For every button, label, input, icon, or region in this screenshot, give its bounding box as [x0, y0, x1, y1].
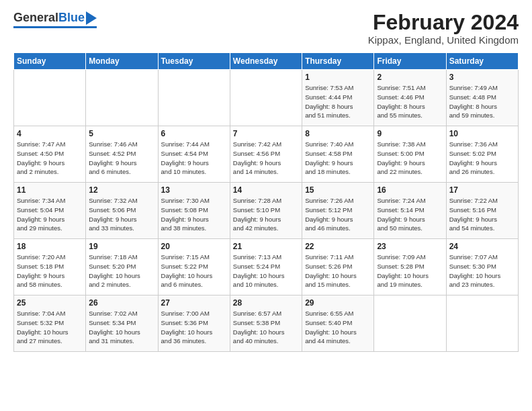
day-number: 25 [17, 298, 83, 308]
week-row-1: 1Sunrise: 7:53 AM Sunset: 4:44 PM Daylig… [14, 70, 519, 126]
week-row-4: 18Sunrise: 7:20 AM Sunset: 5:18 PM Dayli… [14, 239, 519, 295]
day-number: 29 [305, 298, 371, 308]
calendar-cell: 6Sunrise: 7:44 AM Sunset: 4:54 PM Daylig… [158, 126, 230, 183]
day-number: 13 [161, 185, 227, 195]
col-header-tuesday: Tuesday [158, 53, 230, 70]
day-info: Sunrise: 7:49 AM Sunset: 4:48 PM Dayligh… [449, 83, 515, 120]
calendar-cell [446, 295, 518, 352]
day-info: Sunrise: 6:55 AM Sunset: 5:40 PM Dayligh… [305, 309, 371, 346]
calendar-cell: 23Sunrise: 7:09 AM Sunset: 5:28 PM Dayli… [374, 239, 446, 295]
calendar-cell: 9Sunrise: 7:38 AM Sunset: 5:00 PM Daylig… [374, 126, 446, 183]
calendar-table: SundayMondayTuesdayWednesdayThursdayFrid… [13, 52, 519, 352]
day-info: Sunrise: 7:24 AM Sunset: 5:14 PM Dayligh… [377, 196, 443, 233]
calendar-cell: 10Sunrise: 7:36 AM Sunset: 5:02 PM Dayli… [446, 126, 518, 183]
calendar-subtitle: Kippax, England, United Kingdom [368, 34, 519, 46]
day-number: 21 [233, 242, 299, 251]
day-info: Sunrise: 7:04 AM Sunset: 5:32 PM Dayligh… [17, 309, 83, 346]
col-header-friday: Friday [374, 53, 446, 70]
calendar-cell: 27Sunrise: 7:00 AM Sunset: 5:36 PM Dayli… [158, 295, 230, 352]
calendar-cell: 4Sunrise: 7:47 AM Sunset: 4:50 PM Daylig… [14, 126, 86, 183]
day-number: 27 [161, 298, 227, 308]
day-info: Sunrise: 7:02 AM Sunset: 5:34 PM Dayligh… [89, 309, 154, 346]
day-info: Sunrise: 7:40 AM Sunset: 4:58 PM Dayligh… [305, 140, 371, 177]
day-number: 3 [449, 73, 515, 82]
calendar-cell: 21Sunrise: 7:13 AM Sunset: 5:24 PM Dayli… [230, 239, 302, 295]
day-number: 26 [89, 298, 154, 308]
day-info: Sunrise: 7:13 AM Sunset: 5:24 PM Dayligh… [233, 253, 299, 289]
header: GeneralBlue February 2024 Kippax, Englan… [13, 11, 519, 46]
day-number: 14 [233, 185, 299, 195]
calendar-cell: 18Sunrise: 7:20 AM Sunset: 5:18 PM Dayli… [14, 239, 86, 295]
day-number: 24 [449, 242, 515, 251]
calendar-cell: 29Sunrise: 6:55 AM Sunset: 5:40 PM Dayli… [302, 295, 374, 352]
title-block: February 2024 Kippax, England, United Ki… [368, 11, 519, 46]
day-number: 7 [233, 129, 299, 138]
week-row-3: 11Sunrise: 7:34 AM Sunset: 5:04 PM Dayli… [14, 183, 519, 239]
day-number: 20 [161, 242, 227, 251]
calendar-cell: 1Sunrise: 7:53 AM Sunset: 4:44 PM Daylig… [302, 70, 374, 126]
day-info: Sunrise: 7:47 AM Sunset: 4:50 PM Dayligh… [17, 140, 83, 177]
day-number: 16 [377, 185, 443, 195]
day-info: Sunrise: 7:26 AM Sunset: 5:12 PM Dayligh… [305, 196, 371, 233]
calendar-title: February 2024 [368, 11, 519, 34]
calendar-cell [374, 295, 446, 352]
day-number: 5 [89, 129, 154, 138]
logo-arrow-icon [86, 11, 97, 25]
day-number: 12 [89, 185, 154, 195]
day-number: 15 [305, 185, 371, 195]
calendar-cell: 15Sunrise: 7:26 AM Sunset: 5:12 PM Dayli… [302, 183, 374, 239]
day-info: Sunrise: 7:00 AM Sunset: 5:36 PM Dayligh… [161, 309, 227, 346]
day-info: Sunrise: 7:11 AM Sunset: 5:26 PM Dayligh… [305, 253, 371, 289]
day-number: 22 [305, 242, 371, 251]
day-number: 17 [449, 185, 515, 195]
logo: GeneralBlue [13, 11, 97, 28]
day-number: 6 [161, 129, 227, 138]
calendar-cell [230, 70, 302, 126]
day-info: Sunrise: 7:07 AM Sunset: 5:30 PM Dayligh… [449, 253, 515, 289]
day-info: Sunrise: 7:53 AM Sunset: 4:44 PM Dayligh… [305, 83, 371, 120]
calendar-cell: 11Sunrise: 7:34 AM Sunset: 5:04 PM Dayli… [14, 183, 86, 239]
logo-underline [13, 26, 97, 28]
calendar-cell: 28Sunrise: 6:57 AM Sunset: 5:38 PM Dayli… [230, 295, 302, 352]
col-header-sunday: Sunday [14, 53, 86, 70]
calendar-cell: 16Sunrise: 7:24 AM Sunset: 5:14 PM Dayli… [374, 183, 446, 239]
calendar-cell: 8Sunrise: 7:40 AM Sunset: 4:58 PM Daylig… [302, 126, 374, 183]
calendar-cell [158, 70, 230, 126]
day-info: Sunrise: 7:22 AM Sunset: 5:16 PM Dayligh… [449, 196, 515, 233]
day-number: 8 [305, 129, 371, 138]
calendar-cell: 13Sunrise: 7:30 AM Sunset: 5:08 PM Dayli… [158, 183, 230, 239]
calendar-cell: 14Sunrise: 7:28 AM Sunset: 5:10 PM Dayli… [230, 183, 302, 239]
day-info: Sunrise: 7:38 AM Sunset: 5:00 PM Dayligh… [377, 140, 443, 177]
logo-text: GeneralBlue [13, 11, 97, 25]
calendar-cell: 2Sunrise: 7:51 AM Sunset: 4:46 PM Daylig… [374, 70, 446, 126]
calendar-cell: 25Sunrise: 7:04 AM Sunset: 5:32 PM Dayli… [14, 295, 86, 352]
calendar-cell [14, 70, 86, 126]
day-info: Sunrise: 7:28 AM Sunset: 5:10 PM Dayligh… [233, 196, 299, 233]
day-info: Sunrise: 7:32 AM Sunset: 5:06 PM Dayligh… [89, 196, 154, 233]
day-number: 19 [89, 242, 154, 251]
day-info: Sunrise: 7:42 AM Sunset: 4:56 PM Dayligh… [233, 140, 299, 177]
day-info: Sunrise: 7:36 AM Sunset: 5:02 PM Dayligh… [449, 140, 515, 177]
day-number: 10 [449, 129, 515, 138]
logo-general: General [13, 11, 58, 25]
col-header-monday: Monday [86, 53, 158, 70]
day-number: 23 [377, 242, 443, 251]
day-info: Sunrise: 6:57 AM Sunset: 5:38 PM Dayligh… [233, 309, 299, 346]
col-header-wednesday: Wednesday [230, 53, 302, 70]
day-info: Sunrise: 7:20 AM Sunset: 5:18 PM Dayligh… [17, 253, 83, 289]
calendar-cell [86, 70, 158, 126]
col-header-thursday: Thursday [302, 53, 374, 70]
week-row-2: 4Sunrise: 7:47 AM Sunset: 4:50 PM Daylig… [14, 126, 519, 183]
logo-blue: Blue [58, 11, 85, 25]
col-header-saturday: Saturday [446, 53, 518, 70]
day-number: 18 [17, 242, 83, 251]
week-row-5: 25Sunrise: 7:04 AM Sunset: 5:32 PM Dayli… [14, 295, 519, 352]
calendar-cell: 7Sunrise: 7:42 AM Sunset: 4:56 PM Daylig… [230, 126, 302, 183]
day-info: Sunrise: 7:46 AM Sunset: 4:52 PM Dayligh… [89, 140, 154, 177]
day-info: Sunrise: 7:18 AM Sunset: 5:20 PM Dayligh… [89, 253, 154, 289]
calendar-cell: 12Sunrise: 7:32 AM Sunset: 5:06 PM Dayli… [86, 183, 158, 239]
day-number: 1 [305, 73, 371, 82]
day-number: 28 [233, 298, 299, 308]
calendar-cell: 22Sunrise: 7:11 AM Sunset: 5:26 PM Dayli… [302, 239, 374, 295]
day-number: 2 [377, 73, 443, 82]
